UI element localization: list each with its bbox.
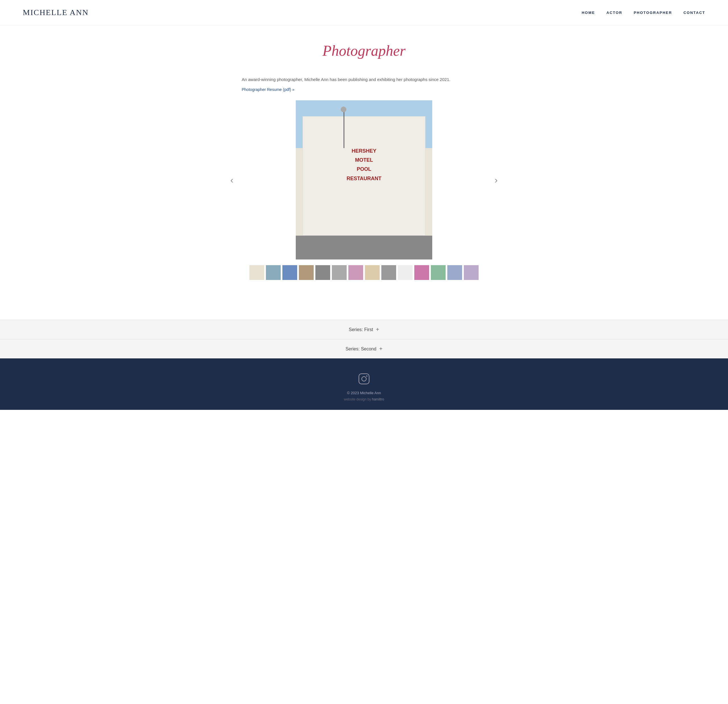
- sign-line-1: HERSHEY: [351, 148, 376, 154]
- instagram-icon: [358, 372, 370, 385]
- sign-line-3: POOL: [357, 166, 371, 172]
- series-header-1[interactable]: Series: First +: [0, 320, 728, 339]
- series-header-2[interactable]: Series: Second +: [0, 339, 728, 358]
- building-sign: HERSHEY MOTEL POOL RESTAURANT: [347, 146, 381, 183]
- nav-photographer[interactable]: PHOTOGRAPHER: [634, 10, 672, 15]
- thumbnail-6[interactable]: [332, 265, 347, 280]
- series-label-2: Series: Second: [345, 346, 377, 352]
- svg-point-2: [366, 375, 367, 377]
- prev-button[interactable]: ‹: [225, 172, 239, 188]
- series-item-2: Series: Second +: [0, 339, 728, 358]
- slide-image: HERSHEY MOTEL POOL RESTAURANT: [296, 100, 432, 260]
- building-wall: HERSHEY MOTEL POOL RESTAURANT: [303, 116, 425, 236]
- series-item-1: Series: First +: [0, 320, 728, 339]
- thumbnail-11[interactable]: [415, 265, 429, 280]
- thumbnail-4[interactable]: [299, 265, 313, 280]
- thumbnail-7[interactable]: [348, 265, 363, 280]
- footer-credit-prefix: website design by: [344, 397, 372, 401]
- thumbnail-9[interactable]: [381, 265, 396, 280]
- main-content: Photographer An award-winning photograph…: [236, 25, 492, 309]
- thumbnail-1[interactable]: [249, 265, 264, 280]
- next-button[interactable]: ›: [489, 172, 503, 188]
- bio-text: An award-winning photographer, Michelle …: [242, 76, 486, 83]
- site-footer: © 2023 Michelle Ann website design by ha…: [0, 358, 728, 410]
- series-expand-icon-2: +: [379, 346, 383, 352]
- nav-contact[interactable]: CONTACT: [683, 10, 705, 15]
- building-mock: HERSHEY MOTEL POOL RESTAURANT: [296, 100, 432, 260]
- site-title: MICHELLE ANN: [23, 8, 89, 17]
- slideshow: ‹ HERSHEY MOTEL POOL RESTAURANT ›: [242, 100, 486, 260]
- sign-line-2: MOTEL: [355, 157, 373, 163]
- thumbnail-8[interactable]: [365, 265, 380, 280]
- svg-rect-0: [359, 374, 369, 384]
- thumbnail-14[interactable]: [464, 265, 479, 280]
- series-section: Series: First + Series: Second +: [0, 320, 728, 358]
- footer-credit: website design by hamiltro: [6, 397, 722, 401]
- thumbnail-13[interactable]: [447, 265, 462, 280]
- thumbnail-5[interactable]: [315, 265, 330, 280]
- thumbnail-10[interactable]: [398, 265, 413, 280]
- series-expand-icon-1: +: [376, 326, 379, 333]
- footer-credit-link[interactable]: hamiltro: [372, 397, 384, 401]
- nav-home[interactable]: HOME: [582, 10, 595, 15]
- resume-link[interactable]: Photographer Resume (pdf) »: [242, 87, 294, 92]
- footer-copyright: © 2023 Michelle Ann: [6, 391, 722, 395]
- ground: [296, 236, 432, 260]
- series-label-1: Series: First: [349, 327, 373, 332]
- thumbnail-3[interactable]: [282, 265, 297, 280]
- thumbnail-strip: [242, 265, 486, 280]
- page-title: Photographer: [242, 42, 486, 59]
- sign-line-4: RESTAURANT: [347, 176, 381, 181]
- svg-point-1: [362, 377, 366, 381]
- lamp-post: [344, 108, 344, 148]
- main-nav: HOME ACTOR PHOTOGRAPHER CONTACT: [582, 10, 705, 15]
- nav-actor[interactable]: ACTOR: [606, 10, 622, 15]
- thumbnail-12[interactable]: [431, 265, 446, 280]
- instagram-link[interactable]: [358, 372, 370, 386]
- thumbnail-2[interactable]: [266, 265, 281, 280]
- site-header: MICHELLE ANN HOME ACTOR PHOTOGRAPHER CON…: [0, 0, 728, 25]
